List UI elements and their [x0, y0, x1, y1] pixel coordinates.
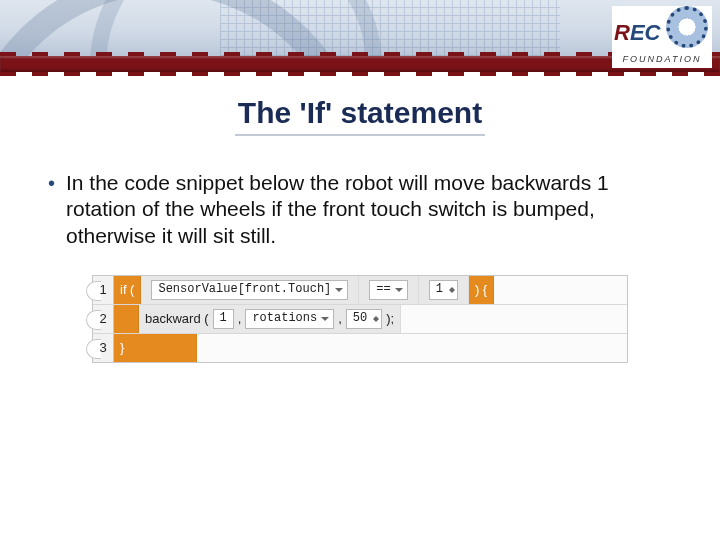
function-name: backward ( — [145, 311, 209, 327]
if-keyword-block: if ( — [114, 276, 141, 304]
logo-letter-r: R — [614, 20, 630, 45]
bullet-item: In the code snippet below the robot will… — [48, 170, 672, 249]
if-close-block: ) { — [469, 276, 494, 304]
operator-dropdown[interactable]: == — [369, 280, 407, 300]
function-close: ); — [386, 311, 394, 327]
arg-speed-spinner[interactable]: 50 — [346, 309, 382, 329]
code-snippet: 1 if ( SensorValue[front.Touch] == 1 ) {… — [92, 275, 628, 363]
operator-container: == — [359, 276, 418, 304]
slide-body: In the code snippet below the robot will… — [0, 136, 720, 363]
blueprint-grid — [220, 0, 560, 56]
line-number: 2 — [93, 305, 114, 333]
row-gap — [197, 334, 627, 362]
comma: , — [338, 311, 342, 327]
code-row: 1 if ( SensorValue[front.Touch] == 1 ) { — [93, 276, 627, 305]
line-number: 1 — [93, 276, 114, 304]
rec-foundation-logo: REC FOUNDATION — [612, 6, 712, 68]
comma: , — [238, 311, 242, 327]
sensor-container: SensorValue[front.Touch] — [141, 276, 359, 304]
logo-text: REC — [614, 20, 660, 46]
row-gap — [494, 276, 627, 304]
arg-count-input[interactable]: 1 — [213, 309, 234, 329]
arg-unit-dropdown[interactable]: rotations — [245, 309, 334, 329]
closing-brace-block: } — [114, 334, 197, 362]
value-container: 1 — [419, 276, 469, 304]
logo-letters-ec: EC — [630, 20, 661, 45]
logo-subtitle: FOUNDATION — [612, 54, 712, 64]
sensor-dropdown[interactable]: SensorValue[front.Touch] — [151, 280, 348, 300]
row-gap — [401, 305, 627, 333]
line-number: 3 — [93, 334, 114, 362]
gear-icon — [666, 6, 708, 48]
indent-block — [114, 305, 139, 333]
header-banner: REC FOUNDATION — [0, 0, 720, 78]
function-block: backward ( 1 , rotations , 50 ); — [139, 305, 401, 333]
slide-title: The 'If' statement — [0, 96, 720, 130]
code-row: 3 } — [93, 334, 627, 362]
value-spinner[interactable]: 1 — [429, 280, 458, 300]
code-row: 2 backward ( 1 , rotations , 50 ); — [93, 305, 627, 334]
